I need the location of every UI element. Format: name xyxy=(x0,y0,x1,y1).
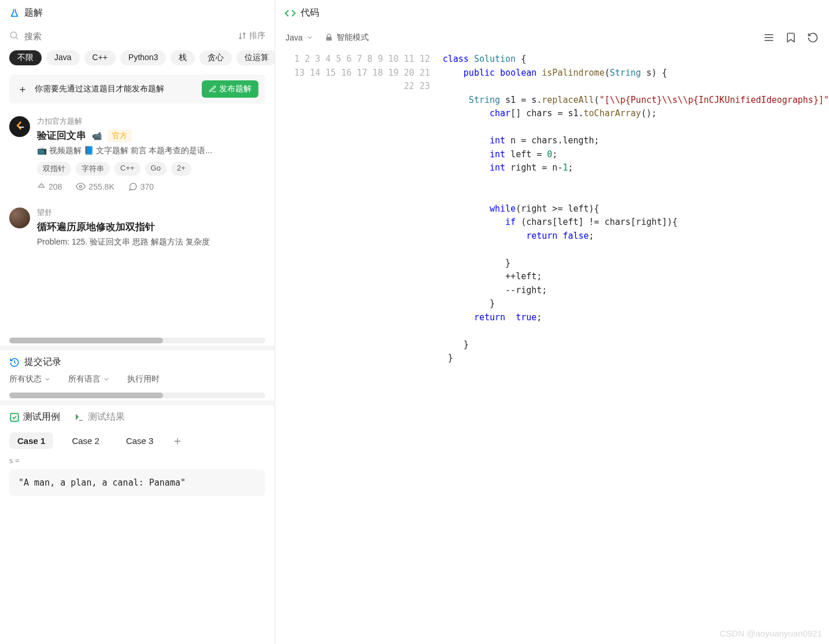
avatar xyxy=(9,208,30,228)
publish-solution-button[interactable]: 发布题解 xyxy=(202,80,258,98)
solution-item[interactable]: 望舒 循环遍历原地修改加双指针 Problem: 125. 验证回文串 思路 解… xyxy=(9,199,265,261)
search-input-wrap[interactable] xyxy=(9,31,232,41)
solution-tag[interactable]: C++ xyxy=(114,162,140,176)
svg-point-2 xyxy=(80,185,82,187)
case-param-value[interactable]: "A man, a plan, a canal: Panama" xyxy=(9,469,265,496)
code-brackets-icon xyxy=(284,8,296,19)
case-tab[interactable]: Case 2 xyxy=(64,432,108,449)
solutions-header: 题解 xyxy=(0,0,275,26)
history-icon xyxy=(9,357,20,368)
sort-button[interactable]: 排序 xyxy=(238,31,265,41)
svg-point-0 xyxy=(10,32,17,38)
filter-chip[interactable]: C++ xyxy=(84,50,116,65)
filter-chip[interactable]: 贪心 xyxy=(199,50,232,65)
horizontal-scrollbar[interactable] xyxy=(9,393,265,398)
solution-author: 望舒 xyxy=(37,208,265,218)
solution-item[interactable]: 力扣官方题解 验证回文串 📹 官方 📺 视频题解 📘 文字题解 前言 本题考查的… xyxy=(9,108,265,199)
filter-chip[interactable]: 不限 xyxy=(9,50,42,65)
code-editor[interactable]: 1 2 3 4 5 6 7 8 9 10 11 12 13 14 15 16 1… xyxy=(275,49,829,365)
line-gutter: 1 2 3 4 5 6 7 8 9 10 11 12 13 14 15 16 1… xyxy=(279,49,437,365)
runtime-label: 执行用时 xyxy=(127,374,160,384)
submission-history-header: 提交记录 xyxy=(9,356,265,368)
comment-count[interactable]: 370 xyxy=(128,182,154,191)
filter-chip[interactable]: Java xyxy=(46,50,80,65)
lock-icon xyxy=(325,34,333,42)
solution-preview: Problem: 125. 验证回文串 思路 解题方法 复杂度 xyxy=(37,237,265,247)
sort-icon xyxy=(238,31,247,40)
solution-author: 力扣官方题解 xyxy=(37,116,265,127)
solution-tag[interactable]: 字符串 xyxy=(76,162,110,176)
svg-line-1 xyxy=(16,37,18,39)
code-header: 代码 xyxy=(275,0,829,26)
tab-results[interactable]: 测试结果 xyxy=(74,411,125,423)
publish-hint-row: ＋ 你需要先通过这道题目才能发布题解 发布题解 xyxy=(9,75,265,103)
language-filter-select[interactable]: 所有语言 xyxy=(68,374,110,384)
solution-title: 验证回文串 xyxy=(37,129,86,142)
solution-preview: 📺 视频题解 📘 文字题解 前言 本题考查的是语... xyxy=(37,146,265,156)
case-tab[interactable]: Case 1 xyxy=(9,432,53,449)
add-case-button[interactable]: ＋ xyxy=(172,433,183,449)
tab-testcases[interactable]: 测试用例 xyxy=(9,411,60,423)
solution-tag[interactable]: 2+ xyxy=(171,162,191,176)
avatar xyxy=(9,116,30,137)
bookmark-icon[interactable] xyxy=(785,32,797,43)
upvote-icon xyxy=(37,182,46,191)
code-content[interactable]: class Solution { public boolean isPalind… xyxy=(437,49,829,365)
filter-chip[interactable]: 位运算 xyxy=(236,50,275,65)
terminal-icon xyxy=(74,412,84,423)
publish-hint-text: 你需要先通过这道题目才能发布题解 xyxy=(35,84,196,94)
reset-icon[interactable] xyxy=(807,32,819,43)
view-count: 255.8K xyxy=(76,182,114,191)
solution-tag[interactable]: 双指针 xyxy=(37,162,71,176)
upvote-count[interactable]: 208 xyxy=(37,182,62,191)
video-badge-icon: 📹 xyxy=(92,131,102,140)
eye-icon xyxy=(76,182,86,191)
check-square-icon xyxy=(9,412,20,423)
case-param-label: s = xyxy=(9,456,265,465)
solution-tag[interactable]: Go xyxy=(145,162,166,176)
smart-mode-label[interactable]: 智能模式 xyxy=(325,32,369,43)
status-filter-select[interactable]: 所有状态 xyxy=(9,374,51,384)
filter-chip[interactable]: Python3 xyxy=(120,50,166,65)
chevron-down-icon xyxy=(103,376,110,383)
language-select[interactable]: Java xyxy=(286,33,313,42)
chevron-down-icon xyxy=(306,34,313,41)
filter-chips: 不限 Java C++ Python3 栈 贪心 位运算 xyxy=(0,46,275,70)
add-solution-button[interactable]: ＋ xyxy=(16,83,29,95)
search-icon xyxy=(9,31,20,41)
solutions-title: 题解 xyxy=(24,7,43,19)
format-icon[interactable] xyxy=(763,32,775,43)
flask-icon xyxy=(9,8,20,18)
comment-icon xyxy=(128,182,138,191)
watermark: CSDN @aoyuanyuan0921 xyxy=(720,628,822,638)
official-badge: 官方 xyxy=(108,129,132,142)
chevron-down-icon xyxy=(44,376,51,383)
filter-chip[interactable]: 栈 xyxy=(171,50,195,65)
leetcode-icon xyxy=(13,120,26,133)
case-tab[interactable]: Case 3 xyxy=(118,432,162,449)
edit-icon xyxy=(209,85,217,93)
search-input[interactable] xyxy=(24,31,232,41)
solution-title: 循环遍历原地修改加双指针 xyxy=(37,220,155,234)
horizontal-scrollbar[interactable] xyxy=(9,338,265,343)
